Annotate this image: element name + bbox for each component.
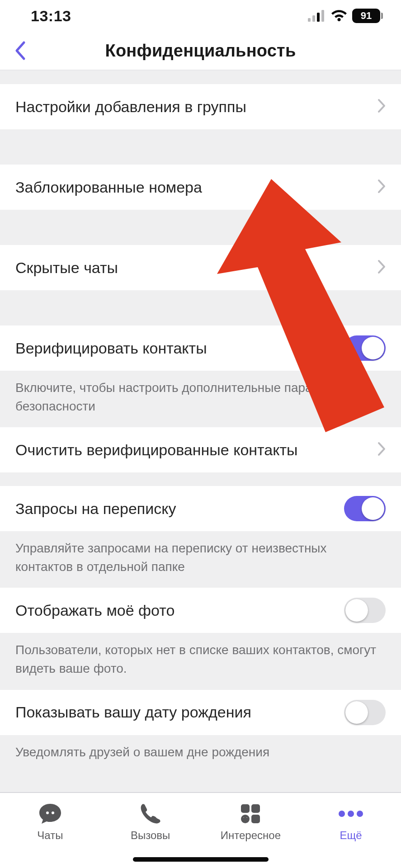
svg-point-4 (46, 811, 49, 814)
row-clear-verified[interactable]: Очистить верифицированные контакты (0, 427, 401, 472)
wifi-icon (330, 9, 348, 22)
nav-bar: Конфиденциальность (0, 32, 401, 71)
row-label: Скрытые чаты (15, 259, 118, 277)
status-right: 91 (308, 9, 383, 23)
row-blocked-numbers[interactable]: Заблокированные номера (0, 165, 401, 210)
svg-rect-7 (251, 804, 260, 813)
section-gap (0, 129, 401, 165)
row-label: Очистить верифицированные контакты (15, 441, 297, 459)
toggle-verify-contacts[interactable] (344, 335, 386, 361)
toggle-message-requests[interactable] (344, 496, 386, 521)
row-label: Заблокированные номера (15, 179, 202, 196)
tab-label: Интересное (221, 829, 281, 842)
svg-point-11 (357, 811, 363, 817)
tab-more[interactable]: Ещё (301, 801, 401, 868)
row-group-add-settings[interactable]: Настройки добавления в группы (0, 84, 401, 129)
svg-rect-3 (321, 10, 324, 22)
svg-rect-6 (241, 804, 250, 813)
tab-label: Вызовы (131, 829, 170, 842)
svg-rect-1 (312, 15, 315, 22)
svg-rect-0 (308, 18, 311, 22)
battery-percent: 91 (361, 10, 372, 22)
battery-icon: 91 (352, 9, 383, 23)
row-label: Показывать вашу дату рождения (15, 703, 251, 721)
svg-point-5 (52, 811, 54, 814)
page-title: Конфиденциальность (105, 41, 296, 61)
row-message-requests: Запросы на переписку (0, 486, 401, 531)
tab-label: Чаты (37, 829, 63, 842)
chevron-right-icon (377, 99, 386, 115)
explore-icon (239, 801, 262, 826)
row-desc-verify-contacts: Включите, чтобы настроить дополнительные… (0, 371, 401, 427)
back-button[interactable] (6, 37, 33, 64)
status-bar: 13:13 91 (0, 0, 401, 32)
chat-icon (38, 801, 63, 826)
content: Настройки добавления в группы Заблокиров… (0, 71, 401, 767)
row-desc-message-requests: Управляйте запросами на переписку от неи… (0, 531, 401, 588)
row-label: Отображать моё фото (15, 602, 175, 619)
section-gap (0, 210, 401, 245)
chevron-left-icon (14, 41, 26, 61)
phone-icon (139, 801, 162, 826)
tab-chats[interactable]: Чаты (0, 801, 100, 868)
row-desc-show-photo: Пользователи, которых нет в списке ваших… (0, 633, 401, 689)
row-label: Запросы на переписку (15, 500, 176, 518)
svg-rect-2 (317, 13, 320, 22)
cellular-icon (308, 10, 326, 22)
row-desc-show-birthday: Уведомлять друзей о вашем дне рождения (0, 735, 401, 767)
section-gap (0, 290, 401, 326)
section-gap (0, 472, 401, 486)
tab-bar: Чаты Вызовы Интересное Ещё (0, 792, 401, 868)
row-show-birthday: Показывать вашу дату рождения (0, 690, 401, 735)
home-indicator (133, 857, 269, 862)
more-icon (336, 801, 365, 826)
row-show-photo: Отображать моё фото (0, 588, 401, 633)
row-label: Верифицировать контакты (15, 340, 207, 357)
svg-rect-8 (251, 815, 260, 823)
row-label: Настройки добавления в группы (15, 98, 246, 116)
tab-label: Ещё (340, 829, 362, 842)
status-time: 13:13 (31, 7, 71, 25)
chevron-right-icon (377, 442, 386, 458)
section-gap (0, 71, 401, 84)
toggle-show-birthday[interactable] (344, 700, 386, 725)
svg-point-9 (339, 811, 345, 817)
toggle-show-photo[interactable] (344, 598, 386, 623)
chevron-right-icon (377, 259, 386, 276)
svg-point-10 (348, 811, 354, 817)
chevron-right-icon (377, 179, 386, 195)
row-hidden-chats[interactable]: Скрытые чаты (0, 245, 401, 290)
row-verify-contacts: Верифицировать контакты (0, 326, 401, 371)
